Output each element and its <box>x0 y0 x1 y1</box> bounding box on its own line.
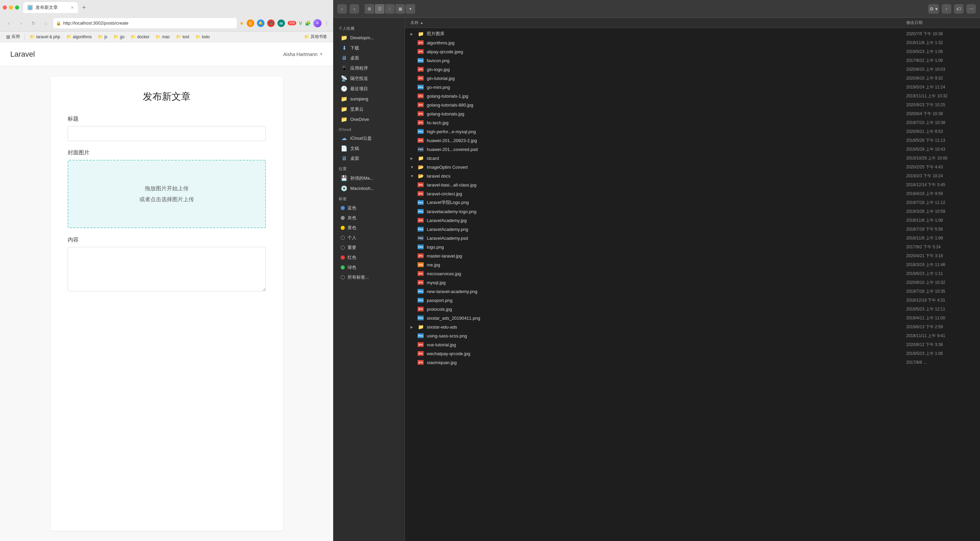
ext-extensions-icon[interactable]: 🧩 <box>305 21 310 26</box>
sidebar-item-all-tags[interactable]: 所有标签... <box>335 273 402 282</box>
bookmark-laravel-php[interactable]: 📁 laravel & php <box>27 34 63 40</box>
forward-button[interactable]: › <box>16 19 26 28</box>
column-view-button[interactable]: ⫶ <box>385 4 395 14</box>
sidebar-item-icloud-drive[interactable]: ☁ iCloud云盘 <box>335 133 402 143</box>
ext-bear-icon[interactable]: 🐻 <box>267 19 275 27</box>
other-bookmarks[interactable]: 📁 其他书签 <box>301 33 330 40</box>
file-row[interactable]: JPG alipay-qrcode.jpeg 2019/5/23 上午 1:06 <box>405 47 980 56</box>
file-row[interactable]: JPG gin-tutorial.jpg 2020/8/10 上午 9:32 <box>405 74 980 82</box>
finder-action-button[interactable]: ⚙ ▾ <box>928 4 939 14</box>
new-tab-button[interactable]: + <box>79 3 89 12</box>
sidebar-item-airdrop[interactable]: 📡 隔空投送 <box>335 73 402 83</box>
upload-area[interactable]: 拖放图片开始上传 或者点击选择图片上传 <box>68 160 266 228</box>
sidebar-item-desktop[interactable]: 🖥 桌面 <box>335 53 402 63</box>
user-avatar-icon[interactable]: A <box>313 19 321 27</box>
back-button[interactable]: ‹ <box>4 19 14 28</box>
file-row[interactable]: JPG laravel-circleci.jpg 2019/4/19 上午 9:… <box>405 189 980 198</box>
file-row[interactable]: JPG master-laravel.jpg 2020/4/21 下午 3:18 <box>405 251 980 260</box>
file-row[interactable]: PNG sixstar_ads_20190411.png 2019/4/11 上… <box>405 314 980 322</box>
file-row[interactable]: ▶ 📁 照片图库 2020/7/5 下午 10:36 <box>405 29 980 38</box>
gallery-view-button[interactable]: ▦ <box>395 4 405 14</box>
bookmark-tool[interactable]: 📁 tool <box>173 34 192 40</box>
url-bar[interactable]: 🔒 http://localhost:3002/posts/create <box>53 18 237 29</box>
close-window-dot[interactable] <box>3 5 7 10</box>
file-row[interactable]: PNG high-perfor...e-mysql.png 2020/9/21 … <box>405 127 980 136</box>
bookmark-todo[interactable]: 📁 todo <box>193 34 213 40</box>
file-row[interactable]: ▶ 📁 idcard 2019/10/29 上午 10:00 <box>405 154 980 163</box>
file-row[interactable]: PNG using-sass-scss.png 2018/11/11 上午 9:… <box>405 331 980 340</box>
ext-notif-icon[interactable]: 🔔 <box>257 19 264 27</box>
title-input[interactable] <box>68 126 266 141</box>
tab-close-button[interactable]: ✕ <box>71 5 74 10</box>
bookmark-docker[interactable]: 📁 docker <box>128 34 152 40</box>
content-textarea[interactable] <box>68 247 266 291</box>
file-row[interactable]: PNG Laravel学院Logo.png 2019/7/18 上午 11:12 <box>405 198 980 207</box>
sidebar-item-tag-blue[interactable]: 蓝色 <box>335 203 402 213</box>
file-row[interactable]: PNG passport.png 2018/12/19 下午 4:31 <box>405 296 980 305</box>
sidebar-item-sunqiang[interactable]: 📁 sunqiang <box>335 94 402 104</box>
file-row[interactable]: JPG hc-tech.jpg 2019/7/10 上午 10:38 <box>405 118 980 127</box>
file-row[interactable]: JPG vue-tutorial.jpg 2020/8/12 下午 3:36 <box>405 340 980 349</box>
sidebar-item-tag-personal[interactable]: 个人 <box>335 233 402 243</box>
sidebar-item-jianguoyun[interactable]: 📁 坚果云 <box>335 104 402 114</box>
sidebar-item-apps[interactable]: 📱 应用程序 <box>335 63 402 73</box>
sidebar-item-recent[interactable]: 🕐 最近项目 <box>335 84 402 94</box>
view-options-button[interactable]: ▾ <box>406 4 415 14</box>
date-column-header[interactable]: 修改日期 <box>906 20 975 25</box>
finder-share-button[interactable]: ↑ <box>942 4 951 14</box>
finder-tag-button[interactable]: 🏷 <box>954 4 964 14</box>
file-row[interactable]: PNG laravelacademy-logo.png 2019/3/28 上午… <box>405 207 980 216</box>
active-tab[interactable]: 🌐 发布新文章 ✕ <box>23 2 78 13</box>
file-row[interactable]: JPG huawei-201...20823-2.jpg 2019/5/28 下… <box>405 136 980 145</box>
name-column-header[interactable]: 名称 ▲ <box>410 20 906 25</box>
ext-badge[interactable]: 999 <box>288 21 296 25</box>
sidebar-item-tag-green[interactable]: 绿色 <box>335 263 402 272</box>
file-row[interactable]: PNG LaravelAcademy.png 2018/7/18 下午 5:56 <box>405 225 980 233</box>
bookmark-algorithms[interactable]: 📁 algorithms.jpg algorithms <box>64 34 94 40</box>
bookmark-js[interactable]: 📁 js <box>95 34 110 40</box>
sidebar-item-icloud-desktop[interactable]: 🖥 桌面 <box>335 154 402 163</box>
sidebar-item-developm[interactable]: 📁 Developm... <box>335 33 402 43</box>
file-row[interactable]: JPG wechatpay-qrcode.jpg 2019/5/23 上午 1:… <box>405 349 980 358</box>
apps-bookmark[interactable]: ⊞ 应用 <box>3 33 22 40</box>
file-row[interactable]: JPG protocols.jpg 2019/5/23 上午 12:11 <box>405 305 980 314</box>
file-row[interactable]: PNG go-mini.png 2019/5/24 上午 11:24 <box>405 82 980 92</box>
sidebar-item-mac-drive[interactable]: 💾 孙强的Ma... <box>335 173 402 183</box>
file-row[interactable]: PSD LaravelAcademy.psd 2018/11/8 上午 1:08 <box>405 233 980 243</box>
finder-back-button[interactable]: ‹ <box>337 4 347 14</box>
minimize-window-dot[interactable] <box>9 5 13 10</box>
file-row[interactable]: JPG LaravelAcademy.jpg 2018/11/8 上午 1:08 <box>405 216 980 225</box>
sidebar-item-tag-red[interactable]: 红色 <box>335 253 402 262</box>
maximize-window-dot[interactable] <box>15 5 19 10</box>
ext-vue-icon[interactable]: V <box>299 21 302 26</box>
file-row[interactable]: PNG new-laravel-academy.png 2019/7/18 上午… <box>405 287 980 296</box>
home-button[interactable]: ⌂ <box>41 19 51 28</box>
file-row[interactable]: ▼ 📂 ImageOptim Convert 2020/2/25 下午 4:43 <box>405 163 980 171</box>
browser-more-button[interactable]: ⋮ <box>324 21 329 26</box>
list-view-button[interactable]: ☰ <box>375 4 384 14</box>
sidebar-item-onedrive[interactable]: 📁 OneDrive <box>335 114 402 124</box>
sidebar-item-tag-important[interactable]: 重要 <box>335 243 402 252</box>
file-row[interactable]: JPG laravel-basi...all-class.jpg 2018/12… <box>405 180 980 189</box>
finder-forward-button[interactable]: › <box>350 4 359 14</box>
file-row[interactable]: JPG golang-tutorials.jpg 2020/6/4 下午 10:… <box>405 109 980 118</box>
file-row[interactable]: ▼ 📂 laravel docs 2019/2/3 下午 10:24 <box>405 171 980 180</box>
file-row[interactable]: JPG gin-logo.jpg 2020/8/10 上午 10:03 <box>405 65 980 74</box>
ext-cookie-icon[interactable]: C <box>247 19 254 27</box>
file-row[interactable]: JPG algorithms.jpg 2019/11/8 上午 1:32 <box>405 38 980 47</box>
file-row[interactable]: PNG logo.png 2017/9/2 下午 5:24 <box>405 243 980 251</box>
file-row[interactable]: JPG mysql.jpg 2020/8/10 上午 10:32 <box>405 278 980 287</box>
sidebar-item-documents[interactable]: 📄 文稿 <box>335 143 402 153</box>
bookmark-go[interactable]: 📁 go <box>111 34 127 40</box>
file-row[interactable]: PNG favicon.png 2017/8/22 上午 1:06 <box>405 56 980 65</box>
file-row[interactable]: JPG me.jpg 2018/3/19 上午 11:46 <box>405 260 980 269</box>
file-row[interactable]: JPG golang-tutorials-1.jpg 2019/11/11 上午… <box>405 92 980 100</box>
sidebar-item-macintosh[interactable]: 💿 Macintosh... <box>335 183 402 193</box>
file-row[interactable]: PSD huawei-201...covered.psd 2019/5/29 上… <box>405 145 980 154</box>
finder-more-button[interactable]: ⋯ <box>966 4 976 14</box>
file-row[interactable]: JPG golang-tutorials-880.jpg 2020/9/23 下… <box>405 100 980 109</box>
bookmark-mac[interactable]: 📁 mac <box>153 34 173 40</box>
reload-button[interactable]: ↻ <box>29 19 38 28</box>
icon-view-button[interactable]: ⊞ <box>364 4 374 14</box>
bookmark-star-icon[interactable]: ★ <box>240 21 244 26</box>
